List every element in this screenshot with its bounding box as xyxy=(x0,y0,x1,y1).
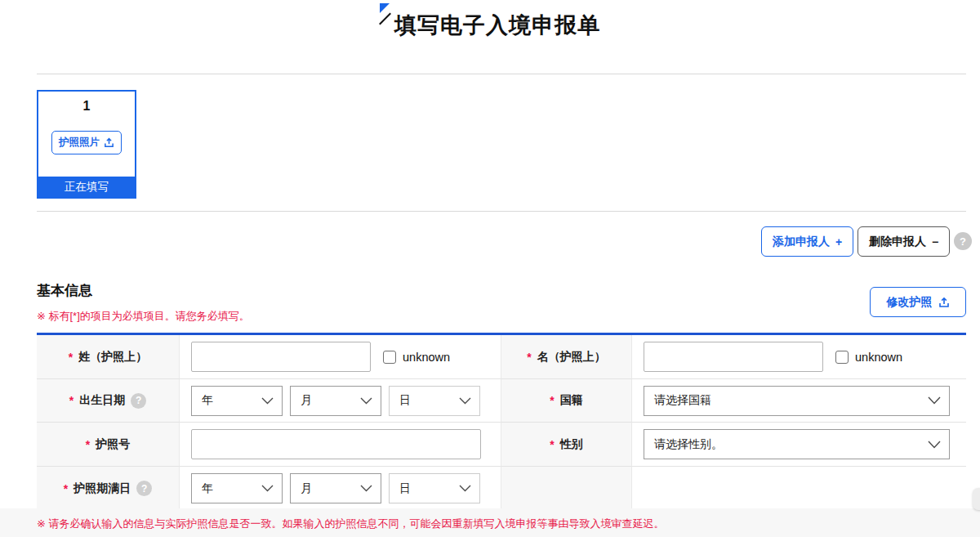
surname-unknown-label: unknown xyxy=(403,351,450,364)
upload-icon xyxy=(104,137,114,148)
gender-label: 性别 xyxy=(560,437,583,452)
birth-date-label-cell: * 出生日期 ? xyxy=(37,379,180,423)
gender-select[interactable]: 请选择性别。 xyxy=(644,429,950,459)
given-name-unknown-label: unknown xyxy=(855,351,902,364)
birth-year-value: 年 xyxy=(202,393,213,408)
minus-icon: − xyxy=(932,235,938,248)
chevron-down-icon xyxy=(459,485,471,492)
title-corner-icon xyxy=(380,13,392,25)
birth-date-label: 出生日期 xyxy=(79,393,125,408)
birth-year-select[interactable]: 年 xyxy=(191,386,283,416)
edit-passport-label: 修改护照 xyxy=(887,295,933,310)
chevron-down-icon xyxy=(360,485,372,492)
page-title-row: 填写电子入境申报单 xyxy=(0,11,980,40)
required-asterisk: * xyxy=(86,438,90,451)
nationality-value: 请选择国籍 xyxy=(654,393,711,408)
surname-unknown-wrap: unknown xyxy=(383,351,450,364)
required-fields-note: ※ 标有[*]的项目为必填项目。请您务必填写。 xyxy=(37,309,250,324)
edit-passport-button[interactable]: 修改护照 xyxy=(870,287,966,317)
passport-no-input[interactable] xyxy=(191,429,481,459)
birth-date-control-cell: 年 月 日 xyxy=(180,379,501,423)
given-name-label-cell: * 名（护照上） xyxy=(501,335,632,379)
given-name-label: 名（护照上） xyxy=(537,350,606,365)
passport-no-control-cell xyxy=(180,423,501,467)
given-name-control-cell: unknown xyxy=(632,335,966,379)
floating-widget-edge[interactable] xyxy=(973,488,980,510)
section-title: 基本信息 xyxy=(37,281,92,300)
add-applicant-label: 添加申报人 xyxy=(773,235,830,249)
delete-applicant-label: 删除申报人 xyxy=(869,235,926,249)
page-title: 填写电子入境申报单 xyxy=(394,11,600,40)
chevron-down-icon xyxy=(459,397,471,405)
nationality-label: 国籍 xyxy=(560,393,583,408)
expiry-date-label-cell: * 护照期满日 ? xyxy=(37,467,180,511)
expiry-day-select[interactable]: 日 xyxy=(389,473,480,503)
entry-declaration-page: 填写电子入境申报单 1 护照照片 正在填写 添加申报人 + 删除申报人 − ? … xyxy=(0,0,980,537)
chevron-down-icon xyxy=(261,397,274,405)
passport-no-label-cell: * 护照号 xyxy=(37,423,180,467)
applicant-card[interactable]: 1 护照照片 正在填写 xyxy=(37,90,136,199)
surname-unknown-checkbox[interactable] xyxy=(383,351,396,364)
chevron-down-icon xyxy=(928,441,941,449)
expiry-year-select[interactable]: 年 xyxy=(191,473,283,503)
required-asterisk: * xyxy=(69,394,74,407)
help-icon[interactable]: ? xyxy=(954,232,972,250)
gender-label-cell: * 性别 xyxy=(501,423,632,467)
surname-label: 姓（护照上） xyxy=(78,350,147,365)
birth-day-value: 日 xyxy=(399,393,411,408)
birth-date-help-icon[interactable]: ? xyxy=(131,393,146,409)
nationality-select[interactable]: 请选择国籍 xyxy=(644,386,950,416)
divider-mid xyxy=(37,211,966,212)
expiry-date-control-cell: 年 月 日 xyxy=(180,467,501,511)
passport-no-label: 护照号 xyxy=(96,437,130,452)
given-name-unknown-wrap: unknown xyxy=(835,351,902,364)
add-applicant-button[interactable]: 添加申报人 + xyxy=(761,226,853,257)
plus-icon: + xyxy=(835,235,842,248)
required-asterisk: * xyxy=(527,351,531,364)
footer-strip: ※ 请务必确认输入的信息与实际护照信息是否一致。如果输入的护照信息不同，可能会因… xyxy=(0,508,980,537)
expiry-year-value: 年 xyxy=(202,481,213,496)
birth-day-select[interactable]: 日 xyxy=(389,386,480,416)
delete-applicant-button[interactable]: 删除申报人 − xyxy=(858,226,950,257)
status-badge: 正在填写 xyxy=(38,177,135,197)
gender-control-cell: 请选择性别。 xyxy=(632,423,966,467)
empty-label-cell xyxy=(501,467,632,511)
expiry-month-value: 月 xyxy=(301,481,312,496)
birth-month-select[interactable]: 月 xyxy=(290,386,381,416)
divider-top xyxy=(37,74,966,74)
upload-icon xyxy=(938,297,950,308)
expiry-month-select[interactable]: 月 xyxy=(290,473,381,503)
surname-input[interactable] xyxy=(191,342,371,372)
chevron-down-icon xyxy=(928,396,941,405)
chevron-down-icon xyxy=(360,397,372,405)
surname-label-cell: * 姓（护照上） xyxy=(37,335,180,379)
required-asterisk: * xyxy=(550,394,554,407)
required-asterisk: * xyxy=(69,351,73,364)
required-asterisk: * xyxy=(550,438,554,451)
nationality-label-cell: * 国籍 xyxy=(501,379,632,423)
empty-control-cell xyxy=(632,467,966,511)
applicant-number: 1 xyxy=(38,92,135,114)
given-name-unknown-checkbox[interactable] xyxy=(835,351,849,364)
chevron-down-icon xyxy=(261,485,274,492)
gender-value: 请选择性别。 xyxy=(654,437,723,452)
passport-photo-upload-button[interactable]: 护照照片 xyxy=(51,131,122,154)
birth-month-value: 月 xyxy=(301,393,312,408)
expiry-date-help-icon[interactable]: ? xyxy=(136,481,152,496)
passport-photo-label: 护照照片 xyxy=(59,136,100,150)
required-asterisk: * xyxy=(64,482,68,495)
expiry-date-label: 护照期满日 xyxy=(74,481,131,496)
nationality-control-cell: 请选择国籍 xyxy=(632,379,966,423)
surname-control-cell: unknown xyxy=(180,335,501,379)
given-name-input[interactable] xyxy=(644,342,823,372)
passport-verify-note: ※ 请务必确认输入的信息与实际护照信息是否一致。如果输入的护照信息不同，可能会因… xyxy=(37,517,665,531)
expiry-day-value: 日 xyxy=(399,481,411,496)
basic-info-table: * 姓（护照上） unknown * 名（护照上） unknown * 出生日期… xyxy=(37,333,966,511)
